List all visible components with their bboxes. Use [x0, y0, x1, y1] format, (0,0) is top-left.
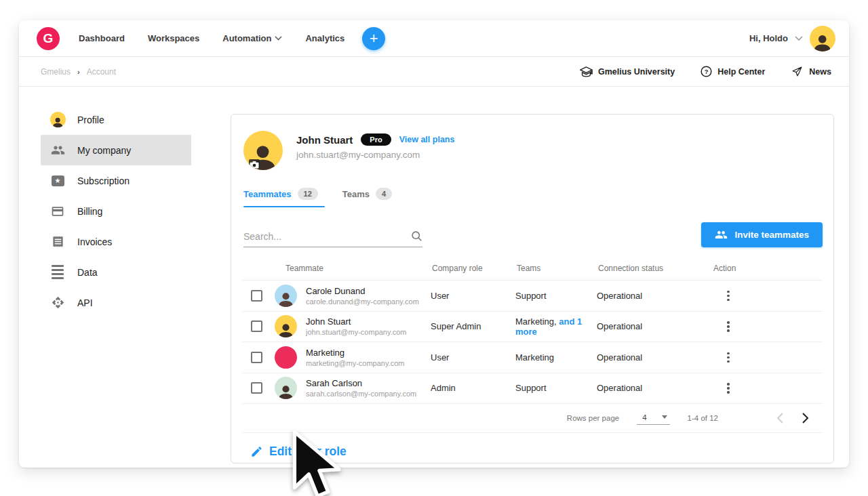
- teams-value: Support: [515, 291, 547, 301]
- chevron-right-icon: [802, 413, 809, 423]
- user-greeting[interactable]: Hi, Holdo: [749, 33, 788, 43]
- search-input[interactable]: [243, 231, 411, 242]
- col-connection-status: Connection status: [597, 264, 712, 273]
- teammate-avatar: [275, 377, 297, 399]
- nav-item-automation[interactable]: Automation: [222, 33, 282, 43]
- tab-teammates[interactable]: Teammates 12: [243, 184, 325, 207]
- connection-status: Operational: [597, 383, 712, 393]
- chevron-down-icon[interactable]: [795, 36, 803, 41]
- teammate-name: John Stuart: [306, 316, 407, 327]
- create-new-button[interactable]: +: [362, 27, 385, 50]
- owner-name: John Stuart: [296, 134, 353, 146]
- paper-plane-icon: [791, 66, 804, 77]
- row-checkbox[interactable]: [251, 382, 262, 394]
- sidebar-item-my-company[interactable]: My company: [41, 135, 191, 165]
- receipt-icon: [52, 235, 64, 248]
- breadcrumb-separator-icon: ›: [77, 68, 80, 76]
- table-header: Teammate Company role Teams Connection s…: [242, 257, 823, 280]
- next-page-button[interactable]: [802, 413, 809, 423]
- pagination-bar: Rows per page 4 1-4 of 12: [242, 403, 823, 433]
- rows-per-page-label: Rows per page: [567, 414, 619, 422]
- col-action: Action: [712, 264, 823, 273]
- teams-count-badge: 4: [376, 188, 392, 200]
- nav-item-analytics[interactable]: Analytics: [305, 33, 344, 43]
- company-role: Admin: [431, 383, 515, 393]
- gmelius-university-link[interactable]: Gmelius University: [580, 66, 675, 77]
- row-actions-menu-icon[interactable]: [727, 352, 730, 363]
- plan-badge: Pro: [361, 133, 391, 146]
- table-row: Sarah Carlson sarah.carlson@my-company.c…: [242, 373, 823, 404]
- camera-icon[interactable]: [249, 159, 260, 169]
- nav-item-dashboard[interactable]: Dashboard: [79, 33, 125, 43]
- app-window: G Dashboard Workspaces Automation Analyt…: [19, 20, 849, 468]
- connection-status: Operational: [597, 291, 712, 301]
- teammates-count-badge: 12: [298, 188, 318, 200]
- sidebar-item-invoices[interactable]: Invoices: [41, 226, 191, 257]
- col-teams: Teams: [515, 264, 597, 273]
- pagination-range: 1-4 of 12: [688, 414, 718, 422]
- company-role: User: [431, 291, 515, 301]
- sidebar-item-api[interactable]: API: [41, 287, 191, 318]
- sidebar-item-subscription[interactable]: ★ Subscription: [41, 165, 191, 196]
- row-checkbox[interactable]: [251, 321, 262, 332]
- search-field: [243, 230, 422, 247]
- search-icon[interactable]: [411, 230, 422, 242]
- people-icon: [51, 143, 65, 157]
- previous-page-button[interactable]: [776, 413, 784, 423]
- user-avatar[interactable]: [810, 26, 835, 51]
- teammate-email: carole.dunand@my-company.com: [306, 297, 419, 306]
- star-card-icon: ★: [52, 175, 64, 186]
- row-actions-menu-icon[interactable]: [727, 321, 730, 332]
- news-link[interactable]: News: [791, 66, 831, 77]
- teams-value: Support: [515, 383, 547, 393]
- tab-teams[interactable]: Teams 4: [342, 184, 399, 207]
- rows-per-page-select[interactable]: 4: [637, 412, 669, 425]
- sidebar-item-billing[interactable]: Billing: [41, 196, 191, 226]
- caret-down-icon: [662, 415, 667, 419]
- graduation-cap-icon: [580, 66, 593, 77]
- pencil-icon: [250, 445, 263, 458]
- breadcrumb: Gmelius › Account: [41, 67, 116, 77]
- sidebar-item-data[interactable]: Data: [41, 257, 191, 287]
- teammate-name: Marketing: [306, 348, 404, 358]
- help-icon: ?: [701, 66, 712, 77]
- teammate-avatar: [275, 285, 297, 307]
- table-row: Carole Dunand carole.dunand@my-company.c…: [242, 280, 823, 311]
- teammate-name: Carole Dunand: [306, 286, 419, 296]
- list-icon: [52, 265, 64, 280]
- chevron-down-icon: [275, 36, 282, 41]
- credit-card-icon: [51, 205, 64, 218]
- teammate-avatar: [275, 315, 297, 337]
- row-checkbox[interactable]: [251, 290, 262, 302]
- teammate-email: sarah.carlson@my-company.com: [306, 390, 416, 398]
- mouse-cursor-icon: [291, 430, 344, 496]
- company-role: User: [431, 352, 515, 363]
- sidebar-item-profile[interactable]: Profile: [41, 104, 191, 135]
- row-actions-menu-icon[interactable]: [727, 291, 730, 302]
- my-company-card: John Stuart Pro View all plans john.stua…: [231, 114, 834, 463]
- breadcrumb-gmelius[interactable]: Gmelius: [41, 67, 71, 77]
- owner-email: john.stuart@my-company.com: [296, 150, 454, 160]
- row-checkbox[interactable]: [251, 352, 262, 363]
- table-row: John Stuart john.stuart@my-company.com S…: [242, 311, 823, 342]
- teammate-name: Sarah Carlson: [306, 378, 416, 388]
- teammate-email: marketing@my-company.com: [306, 359, 404, 367]
- profile-avatar-icon: [50, 112, 66, 127]
- breadcrumb-account: Account: [87, 67, 116, 77]
- nav-item-workspaces[interactable]: Workspaces: [148, 33, 199, 43]
- col-teammate: Teammate: [275, 264, 431, 273]
- tab-bar: Teammates 12 Teams 4: [242, 184, 823, 207]
- view-all-plans-link[interactable]: View all plans: [399, 135, 455, 144]
- invite-teammates-button[interactable]: Invite teammates: [701, 222, 823, 247]
- company-owner-avatar[interactable]: [243, 131, 283, 170]
- gmelius-logo-icon[interactable]: G: [37, 27, 60, 50]
- teams-value: Marketing: [515, 352, 554, 363]
- connection-status: Operational: [597, 352, 712, 363]
- help-center-link[interactable]: ? Help Center: [701, 66, 765, 77]
- top-navigation: G Dashboard Workspaces Automation Analyt…: [19, 20, 849, 57]
- row-actions-menu-icon[interactable]: [727, 383, 730, 394]
- table-row: Marketing marketing@my-company.com User …: [242, 342, 823, 373]
- connection-status: Operational: [597, 321, 712, 331]
- people-icon: [715, 228, 728, 241]
- breadcrumb-bar: Gmelius › Account Gmelius University ? H…: [19, 57, 849, 87]
